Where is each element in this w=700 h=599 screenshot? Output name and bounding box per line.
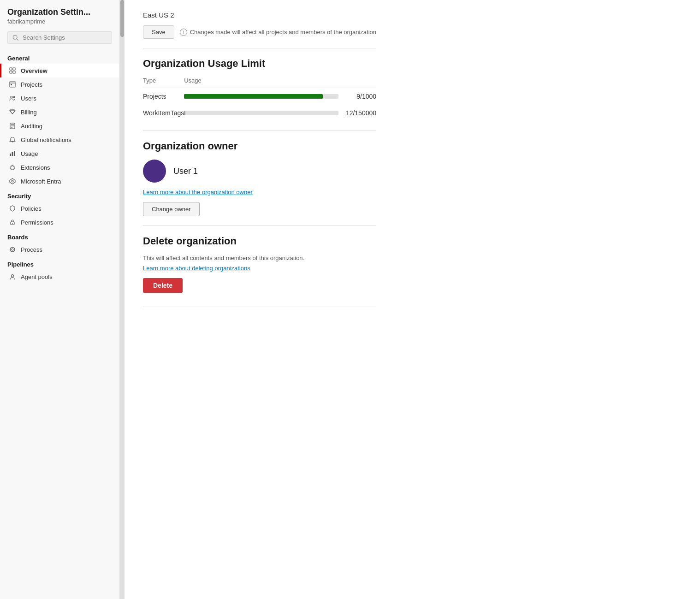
agent-icon bbox=[9, 273, 16, 280]
svg-point-24 bbox=[12, 249, 13, 250]
col-usage-header: Usage bbox=[184, 77, 346, 88]
policies-icon bbox=[9, 205, 16, 212]
search-icon bbox=[12, 35, 19, 41]
section-label-boards: Boards bbox=[0, 229, 119, 243]
grid-icon bbox=[9, 67, 16, 74]
svg-rect-18 bbox=[14, 151, 15, 156]
svg-rect-17 bbox=[12, 152, 13, 156]
sidebar-item-auditing[interactable]: Auditing bbox=[0, 119, 119, 133]
svg-rect-2 bbox=[10, 68, 12, 70]
projects-icon bbox=[9, 81, 16, 88]
svg-point-9 bbox=[11, 96, 12, 98]
sidebar-scrollbar[interactable] bbox=[120, 0, 125, 599]
auditing-icon bbox=[9, 122, 16, 130]
content-area: East US 2 Save i Changes made will affec… bbox=[125, 0, 395, 599]
sidebar-item-label-users: Users bbox=[21, 95, 36, 102]
learn-more-delete-link[interactable]: Learn more about deleting organizations bbox=[143, 265, 250, 272]
save-note: i Changes made will affect all projects … bbox=[180, 29, 376, 36]
sidebar-item-label-process: Process bbox=[21, 246, 42, 253]
change-owner-button[interactable]: Change owner bbox=[143, 202, 200, 216]
divider-1 bbox=[143, 48, 376, 48]
divider-3 bbox=[143, 225, 376, 226]
usage-icon bbox=[9, 150, 16, 157]
progress-bar-bg bbox=[184, 111, 338, 115]
usage-table: Type Usage Projects9/1000WorkItemTags12/… bbox=[143, 77, 376, 121]
svg-rect-16 bbox=[10, 154, 11, 156]
delete-org-title: Delete organization bbox=[143, 235, 376, 247]
progress-bar-fill bbox=[184, 94, 323, 99]
sidebar-item-agent-pools[interactable]: Agent pools bbox=[0, 270, 119, 284]
sidebar-subtitle: fabrikamprime bbox=[0, 18, 119, 31]
sidebar-item-billing[interactable]: Billing bbox=[0, 105, 119, 119]
owner-name: User 1 bbox=[173, 166, 198, 176]
sidebar-item-label-billing: Billing bbox=[21, 109, 37, 116]
sidebar-item-label-usage: Usage bbox=[21, 150, 38, 157]
col-value-header bbox=[346, 77, 376, 88]
progress-bar-bg bbox=[184, 94, 338, 99]
entra-icon bbox=[9, 178, 16, 185]
svg-point-20 bbox=[12, 180, 13, 182]
delete-org-description: This will affect all contents and member… bbox=[143, 255, 376, 261]
sidebar-scrollbar-thumb bbox=[120, 0, 124, 37]
sidebar-item-usage[interactable]: Usage bbox=[0, 147, 119, 160]
svg-rect-3 bbox=[13, 68, 15, 70]
process-icon bbox=[9, 246, 16, 253]
info-icon: i bbox=[180, 29, 187, 36]
svg-rect-6 bbox=[10, 82, 15, 87]
usage-type: WorkItemTags bbox=[143, 105, 184, 121]
sidebar-item-label-microsoft-entra: Microsoft Entra bbox=[21, 178, 61, 185]
avatar bbox=[143, 160, 166, 183]
usage-limit-title: Organization Usage Limit bbox=[143, 58, 376, 70]
table-row: Projects9/1000 bbox=[143, 88, 376, 105]
svg-marker-19 bbox=[10, 178, 15, 184]
main-content: East US 2 Save i Changes made will affec… bbox=[125, 0, 395, 599]
sidebar-item-label-agent-pools: Agent pools bbox=[21, 273, 53, 280]
sidebar-item-permissions[interactable]: Permissions bbox=[0, 215, 119, 229]
usage-label: 12/150000 bbox=[346, 105, 376, 121]
section-label-general: General bbox=[0, 50, 119, 64]
sidebar-item-label-auditing: Auditing bbox=[21, 123, 42, 130]
sidebar-item-users[interactable]: Users bbox=[0, 91, 119, 105]
svg-rect-8 bbox=[11, 84, 12, 85]
col-type-header: Type bbox=[143, 77, 184, 88]
search-box[interactable] bbox=[7, 31, 112, 44]
permissions-icon bbox=[9, 219, 16, 226]
save-note-text: Changes made will affect all projects an… bbox=[190, 29, 376, 36]
progress-bar-fill bbox=[184, 111, 185, 115]
sidebar-item-label-policies: Policies bbox=[21, 205, 42, 212]
search-input[interactable] bbox=[23, 34, 107, 41]
svg-line-1 bbox=[17, 39, 18, 40]
svg-rect-5 bbox=[13, 71, 15, 73]
org-owner-title: Organization owner bbox=[143, 140, 376, 152]
svg-point-10 bbox=[13, 96, 15, 98]
sidebar-item-overview[interactable]: Overview bbox=[0, 64, 119, 77]
users-icon bbox=[9, 95, 16, 102]
sidebar-item-label-projects: Projects bbox=[21, 81, 42, 88]
svg-point-29 bbox=[12, 275, 14, 277]
billing-icon bbox=[9, 108, 16, 116]
save-button[interactable]: Save bbox=[143, 25, 174, 39]
sidebar-item-process[interactable]: Process bbox=[0, 243, 119, 256]
sidebar-item-projects[interactable]: Projects bbox=[0, 77, 119, 91]
usage-type: Projects bbox=[143, 88, 184, 105]
sidebar-item-extensions[interactable]: Extensions bbox=[0, 160, 119, 174]
owner-row: User 1 bbox=[143, 160, 376, 183]
extensions-icon bbox=[9, 164, 16, 171]
learn-more-owner-link[interactable]: Learn more about the organization owner bbox=[143, 189, 253, 196]
divider-2 bbox=[143, 130, 376, 131]
sidebar-item-policies[interactable]: Policies bbox=[0, 202, 119, 215]
usage-bar-cell bbox=[184, 105, 346, 121]
sidebar-item-label-extensions: Extensions bbox=[21, 164, 50, 171]
usage-label: 9/1000 bbox=[346, 88, 376, 105]
sidebar-item-global-notifications[interactable]: Global notifications bbox=[0, 133, 119, 147]
notifications-icon bbox=[9, 136, 16, 143]
sidebar-item-microsoft-entra[interactable]: Microsoft Entra bbox=[0, 174, 119, 188]
sidebar: Organization Settin... fabrikamprime Gen… bbox=[0, 0, 120, 599]
section-label-security: Security bbox=[0, 188, 119, 202]
region-label: East US 2 bbox=[143, 11, 376, 19]
table-row: WorkItemTags12/150000 bbox=[143, 105, 376, 121]
sidebar-item-label-overview: Overview bbox=[21, 67, 47, 74]
delete-button[interactable]: Delete bbox=[143, 278, 183, 293]
section-label-pipelines: Pipelines bbox=[0, 256, 119, 270]
sidebar-item-label-permissions: Permissions bbox=[21, 219, 53, 226]
